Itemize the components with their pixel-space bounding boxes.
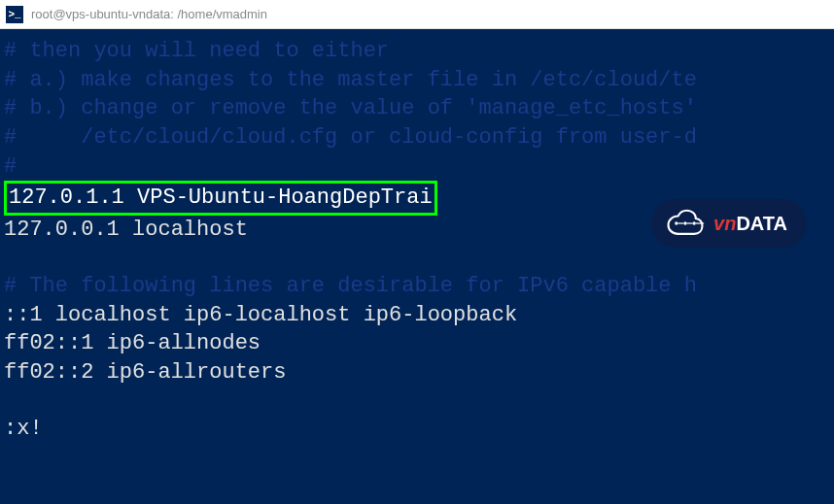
terminal-area[interactable]: # then you will need to either # a.) mak…	[0, 29, 834, 504]
vi-command: :x!	[4, 415, 830, 444]
comment-line: # then you will need to either	[4, 37, 830, 66]
comment-line: # a.) make changes to the master file in…	[4, 66, 830, 95]
highlighted-hostname: 127.0.1.1 VPS-Ubuntu-HoangDepTrai	[4, 181, 437, 216]
cloud-network-icon	[665, 209, 706, 238]
vndata-logo-badge: vnDATA	[651, 199, 807, 248]
logo-data-part: DATA	[736, 211, 787, 237]
blank-line	[4, 245, 830, 272]
comment-line: # The following lines are desirable for …	[4, 272, 830, 301]
logo-vn-part: vn	[713, 211, 736, 237]
title-bar: >_ root@vps-ubuntu-vndata: /home/vmadmin	[0, 0, 834, 29]
comment-line: #	[4, 152, 830, 182]
powershell-icon-symbol: >_	[8, 9, 20, 20]
hosts-entry: ::1 localhost ip6-localhost ip6-loopback	[4, 301, 830, 330]
hosts-entry: ff02::1 ip6-allnodes	[4, 329, 830, 358]
vndata-logo-text: vnDATA	[713, 211, 787, 237]
powershell-icon: >_	[6, 6, 23, 23]
svg-point-0	[675, 221, 678, 224]
comment-line: # b.) change or remove the value of 'man…	[4, 94, 830, 123]
comment-line: # /etc/cloud/cloud.cfg or cloud-config f…	[4, 123, 830, 152]
blank-line	[4, 387, 830, 415]
svg-point-2	[693, 221, 696, 224]
window-title: root@vps-ubuntu-vndata: /home/vmadmin	[31, 7, 267, 21]
hosts-entry: ff02::2 ip6-allrouters	[4, 358, 830, 387]
svg-point-1	[683, 221, 686, 224]
